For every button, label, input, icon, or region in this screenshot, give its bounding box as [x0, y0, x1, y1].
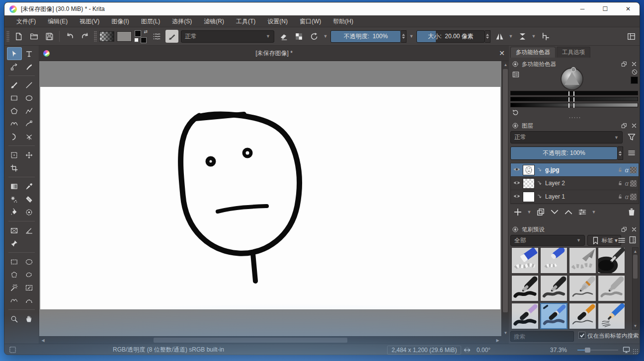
move-layer-up-button[interactable] [564, 207, 573, 217]
opacity-slider[interactable]: 不透明度: 100% [330, 30, 401, 43]
layer-opacity-spinner[interactable] [618, 146, 623, 160]
choose-workspace-button[interactable] [625, 30, 638, 43]
layer-opacity-slider[interactable]: 不透明度: 100% [510, 146, 618, 160]
menu-item[interactable]: 帮助(H) [327, 15, 359, 27]
save-button[interactable] [43, 30, 56, 43]
new-document-button[interactable] [12, 30, 25, 43]
brush-preset-fineliner[interactable] [569, 275, 596, 301]
layer-options-button[interactable] [627, 148, 636, 157]
rotation-value[interactable]: 0.00° [477, 344, 490, 355]
layer-lock-icon[interactable] [617, 180, 624, 187]
inherit-alpha-icon[interactable] [630, 194, 637, 200]
pattern-chooser[interactable] [117, 31, 132, 42]
brush-docker-header[interactable]: 笔刷预设 [512, 224, 638, 234]
dynamic-brush-tool[interactable] [7, 130, 22, 143]
layer-properties-button[interactable] [577, 207, 587, 217]
freehand-path-tool[interactable] [22, 117, 37, 130]
open-button[interactable] [27, 30, 40, 43]
menu-item[interactable]: 滤镜(R) [198, 15, 230, 27]
undo-button[interactable] [63, 30, 76, 43]
thumbnail-size-button[interactable] [628, 235, 637, 244]
document-titlebar[interactable]: [未保存图像] * ✕ [39, 46, 509, 61]
opacity-spinner[interactable] [401, 30, 406, 43]
color-slider-saturation[interactable] [510, 97, 638, 101]
select-similar-tool[interactable] [7, 281, 22, 294]
scroll-down-icon[interactable]: ▼ [633, 322, 638, 329]
brush-preset-airbrush-soft[interactable] [569, 247, 596, 274]
delete-layer-button[interactable] [627, 207, 637, 217]
zoom-slider-handle[interactable] [585, 348, 590, 353]
multibrush-tool[interactable] [22, 130, 37, 143]
chevron-down-icon[interactable]: ▼ [591, 210, 596, 215]
polyline-tool[interactable] [22, 104, 37, 117]
docker-lock-icon[interactable] [512, 122, 519, 129]
chevron-down-icon[interactable]: ▼ [409, 34, 414, 39]
docker-close-icon[interactable] [631, 122, 638, 129]
freehand-brush-tool[interactable] [7, 78, 22, 91]
select-rect-tool[interactable] [7, 255, 22, 268]
layer-thumbnail[interactable] [523, 192, 535, 202]
layer-name[interactable]: Layer 2 [545, 180, 615, 187]
menu-item[interactable]: 设置(N) [261, 15, 294, 27]
layer-visibility-toggle[interactable] [513, 165, 521, 175]
layers-docker-header[interactable]: 图层 [512, 121, 638, 131]
brush-preset-basic-tip-soft[interactable] [540, 275, 567, 301]
tag-button[interactable]: 标签 ▾ [587, 235, 621, 246]
menu-item[interactable]: 图层(L) [135, 15, 166, 27]
inherit-alpha-icon[interactable] [630, 180, 637, 187]
reload-preset-button[interactable] [308, 30, 321, 43]
bezier-curve-tool[interactable] [7, 117, 22, 130]
size-spinner[interactable] [485, 30, 490, 43]
layer-thumbnail[interactable] [523, 178, 535, 189]
smart-patch-tool[interactable] [22, 193, 37, 206]
eraser-mode-button[interactable] [277, 30, 290, 43]
no-color-button[interactable] [631, 69, 638, 75]
move-tool[interactable] [22, 148, 37, 161]
brush-preset-pen-silver[interactable] [598, 275, 625, 301]
fit-to-screen-button[interactable] [622, 344, 631, 355]
search-in-tag-checkbox[interactable] [578, 332, 585, 339]
layer-row[interactable]: Layer 2 α [511, 177, 639, 190]
transform-tool[interactable] [7, 148, 22, 161]
preserve-alpha-button[interactable] [292, 30, 305, 43]
color-wheel[interactable] [561, 68, 583, 90]
polygon-tool[interactable] [7, 104, 22, 117]
layer-row[interactable]: Layer 1 α [511, 190, 639, 204]
brush-preset-detail-brush[interactable] [569, 303, 596, 329]
zoom-slider[interactable] [577, 350, 618, 351]
vertical-scrollbar[interactable]: ▲ ▼ [501, 61, 509, 336]
add-layer-button[interactable] [513, 207, 523, 217]
layer-lock-icon[interactable] [617, 193, 624, 200]
docker-lock-icon[interactable] [512, 226, 519, 233]
menu-item[interactable]: 选择(S) [166, 15, 198, 27]
foreground-color-swatch[interactable] [135, 30, 141, 37]
menu-item[interactable]: 图像(I) [105, 15, 135, 27]
brush-editor-button[interactable] [165, 30, 178, 43]
colorize-mask-tool[interactable] [7, 193, 22, 206]
menu-item[interactable]: 编辑(E) [42, 15, 74, 27]
chevron-down-icon[interactable]: ▼ [508, 34, 513, 39]
brush-preset-basic-tip[interactable] [511, 275, 539, 301]
assistants-tool[interactable] [7, 224, 22, 237]
layer-row[interactable]: g.jpg α [511, 163, 639, 177]
zoom-percent[interactable]: 37.3% [550, 344, 567, 355]
duplicate-layer-button[interactable] [536, 207, 546, 217]
menu-item[interactable]: 视图(V) [74, 15, 105, 27]
scroll-up-icon[interactable]: ▲ [633, 248, 638, 255]
background-color-swatch[interactable] [141, 37, 147, 43]
scroll-up-icon[interactable]: ▲ [502, 61, 509, 68]
crop-tool[interactable] [7, 161, 22, 174]
docker-close-icon[interactable] [631, 61, 638, 68]
document-close-button[interactable]: ✕ [499, 49, 505, 57]
brush-size-slider[interactable]: 大小: 20.00 像素 [416, 30, 485, 43]
layer-name[interactable]: Layer 1 [545, 193, 615, 200]
menu-item[interactable]: 文件(F) [10, 15, 42, 27]
current-color-swatch[interactable] [631, 76, 638, 84]
rotation-button[interactable] [463, 344, 472, 355]
layer-lock-icon[interactable] [617, 166, 624, 173]
brush-menu-button[interactable] [617, 236, 626, 245]
minimize-button[interactable]: ─ [571, 2, 594, 15]
docker-float-icon[interactable] [621, 122, 628, 129]
layer-visibility-toggle[interactable] [513, 192, 521, 202]
brush-scrollbar-handle[interactable] [633, 255, 638, 279]
